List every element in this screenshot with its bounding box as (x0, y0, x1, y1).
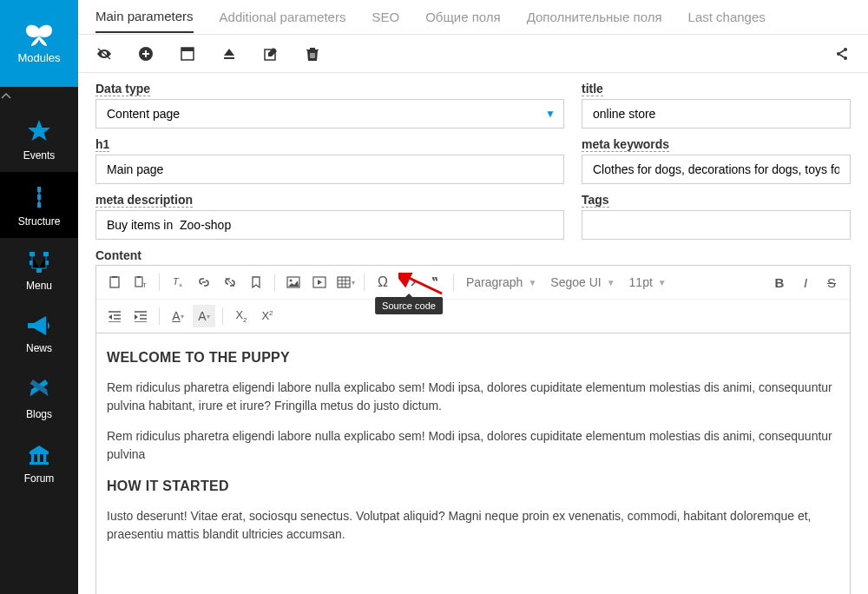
sidebar-item-events[interactable]: Events (0, 106, 78, 172)
input-tags[interactable] (582, 210, 851, 240)
italic-icon[interactable]: I (794, 271, 817, 294)
sidebar-item-label: Forum (24, 472, 55, 485)
structure-icon (26, 184, 52, 210)
editor-body[interactable]: WELCOME TO THE PUPPY Rem ridiculus phare… (96, 333, 850, 594)
table-icon[interactable]: ▾ (334, 271, 357, 294)
format-select-font[interactable]: Segoe UI▼ (545, 275, 620, 289)
delete-icon[interactable] (304, 45, 321, 63)
butterfly-icon (24, 23, 54, 48)
tab-last-changes[interactable]: Last changes (688, 2, 766, 32)
clear-format-icon[interactable]: T× (167, 271, 189, 294)
tab-extra-fields[interactable]: Дополнительные поля (527, 2, 662, 32)
blockquote-icon[interactable]: ‟ (424, 271, 446, 294)
svg-rect-20 (137, 276, 141, 278)
svg-rect-12 (224, 57, 234, 59)
svg-rect-3 (30, 252, 35, 256)
editor-toolbar: T T× ▾ Ω Source co (96, 266, 850, 333)
label-meta-description: meta description (95, 193, 193, 208)
svg-rect-4 (43, 252, 49, 256)
svg-rect-7 (36, 268, 42, 273)
sidebar-item-menu[interactable]: Menu (0, 238, 78, 302)
add-circle-icon[interactable] (137, 45, 155, 63)
image-icon[interactable] (282, 271, 305, 294)
label-tags: Tags (582, 193, 609, 208)
label-h1: h1 (95, 137, 109, 152)
label-content: Content (95, 248, 851, 262)
megaphone-icon (25, 314, 53, 337)
input-meta-keywords[interactable] (582, 155, 851, 184)
label-data-type: Data type (95, 82, 150, 96)
svg-rect-19 (135, 277, 142, 287)
content-paragraph: Rem ridiculus pharetra eligendi labore n… (107, 379, 839, 415)
svg-rect-1 (37, 195, 41, 200)
svg-rect-18 (112, 276, 117, 278)
svg-rect-17 (110, 277, 119, 287)
rich-text-editor: T T× ▾ Ω Source co (95, 265, 851, 594)
superscript-icon[interactable]: X2 (256, 305, 279, 327)
content-paragraph: Iusto deserunt! Vitae erat, sociosqu sen… (107, 507, 839, 544)
svg-text:×: × (179, 282, 182, 288)
tab-main-parameters[interactable]: Main parameters (95, 1, 194, 33)
subscript-icon[interactable]: X2 (230, 305, 253, 327)
svg-rect-2 (37, 202, 41, 208)
sidebar-item-forum[interactable]: Forum (0, 431, 78, 495)
sidebar: Modules Events Structure Menu (0, 0, 78, 594)
svg-point-26 (290, 280, 293, 282)
content-paragraph: Rem ridiculus pharetra eligendi labore n… (107, 427, 839, 464)
format-select-paragraph[interactable]: Paragraph▼ (461, 275, 542, 289)
label-title: title (582, 82, 603, 96)
bookmark-icon[interactable] (245, 271, 267, 294)
special-char-icon[interactable]: Ω (372, 271, 394, 294)
share-icon[interactable] (833, 45, 851, 63)
input-title[interactable] (582, 99, 851, 129)
tabs: Main parameters Additional parameters SE… (78, 0, 868, 35)
label-meta-keywords: meta keywords (582, 137, 669, 152)
main-panel: Main parameters Additional parameters SE… (78, 0, 868, 594)
sidebar-item-label: Menu (26, 280, 52, 292)
source-code-icon[interactable]: Source code (398, 271, 420, 294)
input-meta-description[interactable] (95, 210, 564, 240)
page-toolbar (78, 35, 868, 73)
format-select-size[interactable]: 11pt▼ (624, 275, 672, 289)
window-minimize-icon[interactable] (179, 45, 196, 63)
tab-additional-parameters[interactable]: Additional parameters (220, 2, 346, 32)
star-icon (26, 118, 52, 144)
sidebar-item-label: Events (23, 149, 56, 162)
sidebar-modules-label: Modules (17, 51, 60, 64)
input-data-type[interactable] (95, 99, 564, 129)
input-h1[interactable] (95, 155, 564, 184)
visibility-off-icon[interactable] (95, 45, 113, 63)
sidebar-item-news[interactable]: News (0, 302, 78, 365)
sidebar-item-label: Structure (18, 215, 61, 228)
link-icon[interactable] (193, 271, 215, 294)
tab-seo[interactable]: SEO (372, 2, 399, 32)
svg-rect-28 (338, 277, 350, 287)
svg-text:T: T (142, 281, 147, 289)
chevron-up-icon[interactable] (0, 87, 78, 106)
eject-icon[interactable] (220, 45, 238, 63)
bold-icon[interactable]: B (768, 271, 791, 294)
pencils-icon (26, 377, 52, 403)
menu-tree-icon (26, 250, 52, 274)
strikethrough-icon[interactable]: S (820, 271, 843, 294)
sidebar-item-label: Blogs (26, 408, 52, 420)
sidebar-item-label: News (26, 342, 52, 354)
edit-box-icon[interactable] (262, 45, 279, 63)
svg-rect-0 (37, 187, 41, 192)
svg-rect-11 (181, 48, 194, 51)
tab-common-fields[interactable]: Общие поля (425, 2, 501, 32)
paste-text-icon[interactable]: T (129, 271, 152, 294)
paste-icon[interactable] (103, 271, 126, 294)
outdent-icon[interactable] (103, 305, 126, 327)
unlink-icon[interactable] (219, 271, 241, 294)
sidebar-item-structure[interactable]: Structure (0, 172, 78, 238)
media-icon[interactable] (308, 271, 331, 294)
sidebar-item-blogs[interactable]: Blogs (0, 365, 78, 431)
form-area: Data type ▼ title h1 meta keywor (78, 73, 868, 594)
content-heading: WELCOME TO THE PUPPY (107, 347, 839, 368)
indent-icon[interactable] (129, 305, 152, 327)
content-heading: HOW IT STARTED (107, 476, 839, 497)
text-color-icon[interactable]: A▾ (167, 305, 189, 327)
sidebar-modules[interactable]: Modules (0, 0, 78, 87)
bg-color-icon[interactable]: A▾ (193, 305, 215, 327)
